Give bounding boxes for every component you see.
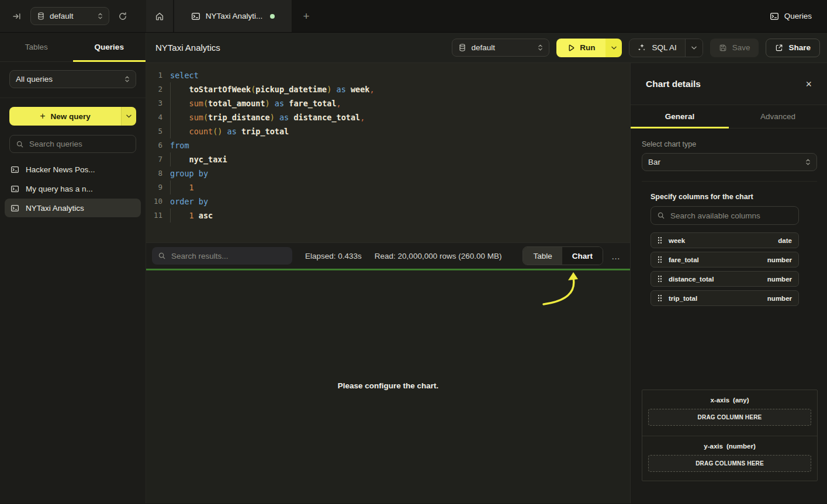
database-selector-value: default xyxy=(50,12,93,20)
plus-icon: + xyxy=(40,111,45,121)
workspace: 1select2toStartOfWeek(pickup_datetime) a… xyxy=(146,63,630,503)
rows-read-stats: Read: 20,000,000 rows (260.00 MB) xyxy=(375,252,502,260)
queries-shortcut[interactable]: Queries xyxy=(770,0,827,32)
sidebar-tab-tables[interactable]: Tables xyxy=(0,33,73,61)
y-axis-drop-label: DRAG COLUMNS HERE xyxy=(695,460,764,467)
run-button-label: Run xyxy=(580,43,595,52)
chart-column-item[interactable]: distance_total number xyxy=(650,271,799,287)
drag-handle-icon[interactable] xyxy=(658,237,662,244)
sidebar-tab-queries[interactable]: Queries xyxy=(73,33,146,61)
columns-search-input[interactable] xyxy=(670,211,793,220)
new-query-main[interactable]: + New query xyxy=(9,107,121,126)
refresh-icon[interactable] xyxy=(115,9,130,24)
sidebar-query-item[interactable]: My query has a n... xyxy=(5,179,141,198)
query-list: Hacker News Pos... My query has a n... N… xyxy=(0,155,146,222)
x-axis-drop-zone[interactable]: DRAG COLUMN HERE xyxy=(648,409,811,426)
more-options-icon[interactable]: … xyxy=(611,251,621,261)
save-button[interactable]: Save xyxy=(710,39,759,57)
columns-search[interactable] xyxy=(650,206,799,225)
run-database-selector[interactable]: default xyxy=(452,39,549,57)
y-axis-label: y-axis xyxy=(704,443,723,450)
sidebar-query-item[interactable]: Hacker News Pos... xyxy=(5,160,141,179)
search-icon xyxy=(158,252,166,260)
chevron-down-icon xyxy=(126,114,132,118)
chart-pane: Please configure the chart. xyxy=(146,270,630,503)
sql-ai-dropdown[interactable] xyxy=(685,39,703,57)
play-icon xyxy=(567,44,575,52)
query-item-label: NYTaxi Analytics xyxy=(26,204,84,213)
code-line: 6from xyxy=(146,138,630,152)
query-terminal-icon xyxy=(11,185,19,193)
query-filter-select[interactable]: All queries xyxy=(9,70,136,88)
query-search-input[interactable] xyxy=(29,140,130,148)
chart-column-item[interactable]: fare_total number xyxy=(650,252,799,267)
x-axis-label: x-axis xyxy=(710,397,729,404)
view-toggle-table[interactable]: Table xyxy=(523,247,562,265)
sql-ai-main[interactable]: SQL AI xyxy=(629,39,684,57)
view-toggle-chart[interactable]: Chart xyxy=(562,247,603,265)
code-line: 4sum(trip_distance) as distance_total, xyxy=(146,110,630,124)
column-type: number xyxy=(767,295,792,302)
chart-placeholder-text: Please configure the chart. xyxy=(146,381,630,390)
chart-type-select[interactable]: Bar xyxy=(642,153,817,171)
code-line: 8group by xyxy=(146,166,630,180)
drag-handle-icon[interactable] xyxy=(658,256,662,263)
share-icon xyxy=(775,44,783,52)
chevron-down-icon xyxy=(691,46,697,50)
panel-tab-advanced[interactable]: Advanced xyxy=(729,105,827,128)
database-icon xyxy=(37,12,45,20)
chevron-updown-icon xyxy=(124,75,130,83)
results-search-input[interactable] xyxy=(171,252,286,260)
collapse-sidebar-icon[interactable] xyxy=(9,9,25,24)
top-bar-left: default xyxy=(0,0,146,32)
tab-nytaxi-analytics[interactable]: NYTaxi Analyti... xyxy=(174,0,292,32)
close-icon[interactable]: × xyxy=(805,79,812,89)
chevron-updown-icon xyxy=(98,12,103,20)
tab-title: NYTaxi Analyti... xyxy=(206,12,263,20)
sql-console-app: default NYTaxi Analyti... xyxy=(0,0,827,504)
new-query-dropdown[interactable] xyxy=(121,107,136,126)
new-query-button[interactable]: + New query xyxy=(9,107,136,126)
drag-handle-icon[interactable] xyxy=(658,294,662,302)
view-toggle: Table Chart xyxy=(523,246,603,265)
chevron-updown-icon xyxy=(805,158,811,166)
share-button-label: Share xyxy=(788,43,811,52)
sql-editor[interactable]: 1select2toStartOfWeek(pickup_datetime) a… xyxy=(146,63,630,242)
code-line: 3sum(total_amount) as fare_total, xyxy=(146,96,630,110)
share-button[interactable]: Share xyxy=(766,39,820,57)
query-terminal-icon xyxy=(11,204,19,213)
results-search[interactable] xyxy=(152,247,292,265)
new-tab-button[interactable]: + xyxy=(293,0,320,32)
y-axis-section: y-axis(number) DRAG COLUMNS HERE xyxy=(642,436,817,481)
columns-section: Specify columns for the chart week date … xyxy=(631,182,827,306)
queries-terminal-icon xyxy=(770,12,779,21)
chart-type-label: Select chart type xyxy=(642,140,817,148)
save-icon xyxy=(719,44,727,52)
sql-ai-label: SQL AI xyxy=(652,43,676,52)
panel-tab-general[interactable]: General xyxy=(631,105,729,128)
run-button-main[interactable]: Run xyxy=(556,39,605,57)
chart-column-item[interactable]: trip_total number xyxy=(650,290,799,306)
database-selector[interactable]: default xyxy=(30,7,109,25)
chart-column-item[interactable]: week date xyxy=(650,232,799,248)
run-options-dropdown[interactable] xyxy=(605,39,622,57)
code-line: 10order by xyxy=(146,194,630,208)
main-area: NYTaxi Analytics default Ru xyxy=(146,33,827,503)
drag-handle-icon[interactable] xyxy=(658,275,662,283)
sql-ai-button[interactable]: SQL AI xyxy=(629,39,703,57)
save-button-label: Save xyxy=(732,43,750,52)
run-button[interactable]: Run xyxy=(556,39,622,57)
y-axis-drop-zone[interactable]: DRAG COLUMNS HERE xyxy=(648,455,811,472)
tab-home[interactable] xyxy=(146,0,173,32)
panel-title: Chart details xyxy=(646,79,701,89)
query-filter-section: All queries xyxy=(0,62,146,98)
sparkles-icon xyxy=(638,43,646,52)
search-icon xyxy=(16,140,24,148)
sidebar-query-item[interactable]: NYTaxi Analytics xyxy=(5,199,141,217)
query-search-section xyxy=(0,126,146,155)
top-bar: default NYTaxi Analyti... xyxy=(0,0,827,33)
x-axis-constraint: (any) xyxy=(733,397,749,404)
query-search[interactable] xyxy=(9,135,136,153)
query-item-label: My query has a n... xyxy=(26,185,93,193)
y-axis-label-row: y-axis(number) xyxy=(642,443,817,450)
